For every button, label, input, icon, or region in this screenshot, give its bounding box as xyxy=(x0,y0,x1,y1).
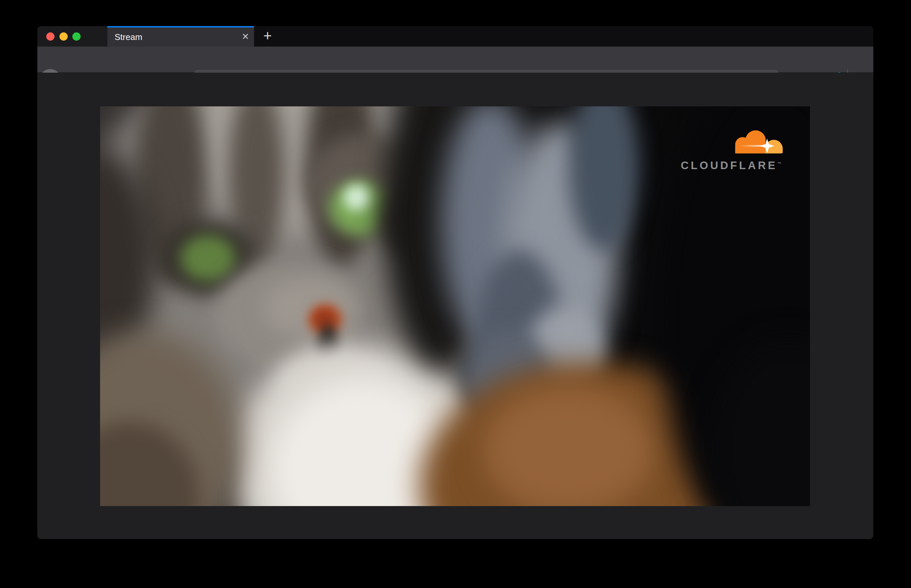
cloudflare-wordmark: CLOUDFLARE™ xyxy=(681,159,791,172)
video-art-blob xyxy=(180,235,236,281)
titlebar-traffic-zone xyxy=(37,26,107,47)
tab-stream[interactable]: Stream ✕ xyxy=(107,26,254,47)
new-tab-button[interactable]: + xyxy=(257,26,278,47)
navigation-toolbar: https://watch.cloudflarestream.com/11859… xyxy=(37,47,873,73)
zoom-window-button[interactable] xyxy=(72,32,81,40)
tab-title: Stream xyxy=(115,27,142,47)
video-art-blob xyxy=(483,386,654,506)
cloudflare-cloud-icon xyxy=(716,125,787,159)
page-content: CLOUDFLARE™ xyxy=(37,73,873,539)
browser-window: Stream ✕ + xyxy=(37,26,873,539)
cloudflare-tm-mark: ™ xyxy=(777,161,782,166)
video-art-blob xyxy=(263,278,355,338)
tab-bar: Stream ✕ + xyxy=(37,26,873,47)
minimize-window-button[interactable] xyxy=(60,32,68,40)
video-art-blob xyxy=(344,185,371,210)
tab-close-icon[interactable]: ✕ xyxy=(238,27,253,47)
video-player[interactable]: CLOUDFLARE™ xyxy=(100,107,810,506)
cloudflare-brand-text: CLOUDFLARE xyxy=(681,159,777,171)
close-window-button[interactable] xyxy=(46,32,55,40)
